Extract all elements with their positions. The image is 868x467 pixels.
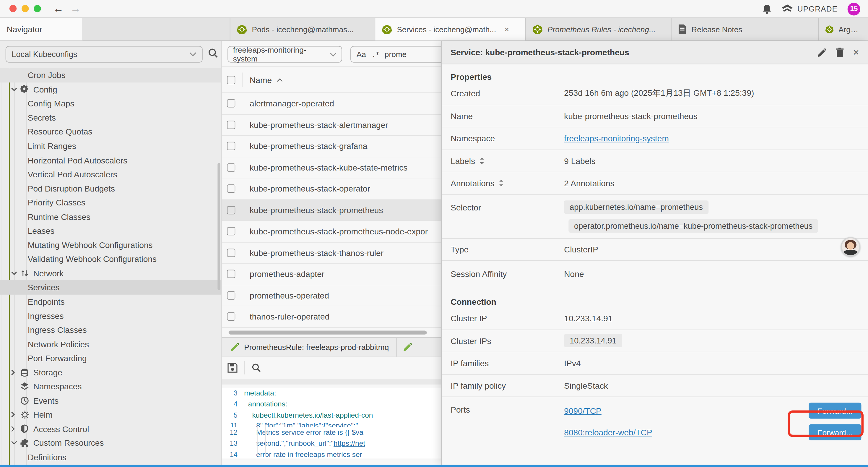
row-checkbox[interactable] (227, 163, 235, 171)
sidebar-item-config[interactable]: Config (0, 82, 222, 96)
match-case-icon[interactable]: Aa (356, 50, 366, 59)
navigator-panel-tab[interactable]: Navigator (0, 18, 83, 40)
row-checkbox[interactable] (227, 206, 235, 214)
row-checkbox[interactable] (227, 291, 235, 299)
sidebar-item-storage[interactable]: Storage (0, 365, 222, 380)
sidebar-item-vertical-pod-autoscalers[interactable]: Vertical Pod Autoscalers (0, 167, 222, 181)
tab-release-notes[interactable]: Release Notes (672, 18, 819, 40)
row-checkbox[interactable] (227, 99, 235, 108)
sort-toggle-icon[interactable] (499, 180, 504, 187)
sidebar-item-endpoints[interactable]: Endpoints (0, 294, 222, 309)
close-tab-icon[interactable]: × (504, 24, 509, 34)
table-row[interactable]: kube-prometheus-stack-operator (222, 178, 441, 200)
table-row[interactable]: kube-prometheus-stack-kube-state-metrics (222, 157, 441, 178)
sidebar-item-namespaces[interactable]: Namespaces (0, 380, 222, 394)
notification-count-badge[interactable]: 15 (848, 2, 860, 15)
sidebar-item-mutating-webhook-configurations[interactable]: Mutating Webhook Configurations (0, 238, 222, 252)
row-checkbox[interactable] (227, 270, 235, 278)
row-checkbox[interactable] (227, 142, 235, 150)
table-row[interactable]: thanos-ruler-operated (222, 306, 441, 327)
sidebar-item-leases[interactable]: Leases (0, 224, 222, 238)
kubeconfig-select[interactable]: Local Kubeconfigs (6, 46, 203, 63)
table-row[interactable]: alertmanager-operated (222, 93, 441, 114)
runbook-url-link[interactable]: https://net (334, 439, 365, 447)
sidebar-item-network[interactable]: Network (0, 266, 222, 281)
table-row[interactable]: kube-prometheus-stack-grafana (222, 136, 441, 157)
tab-argo[interactable]: Argo Se (819, 18, 868, 40)
chevron-right-icon[interactable] (11, 426, 20, 432)
tab-prometheus-rules[interactable]: Prometheus Rules - icecheng... (526, 18, 672, 40)
table-row[interactable]: kube-prometheus-stack-alertmanager (222, 114, 441, 136)
sidebar-item-ingress-classes[interactable]: Ingress Classes (0, 323, 222, 337)
sidebar-item-helm[interactable]: Helm (0, 408, 222, 422)
table-row[interactable]: kube-prometheus-stack-thanos-ruler (222, 242, 441, 264)
row-checkbox[interactable] (227, 313, 235, 321)
minimize-window-button[interactable] (22, 5, 29, 12)
row-checkbox[interactable] (227, 227, 235, 236)
dock-tab-partial[interactable] (397, 338, 441, 356)
edit-pencil-icon[interactable] (817, 48, 826, 57)
regex-icon[interactable]: .* (372, 50, 379, 59)
shield-icon (20, 425, 33, 433)
search-icon[interactable] (208, 48, 219, 59)
back-arrow-icon[interactable]: ← (53, 3, 64, 14)
name-column-header[interactable]: Name (250, 75, 272, 85)
table-row[interactable]: kube-prometheus-stack-prometheus-node-ex… (222, 221, 441, 242)
chevron-right-icon[interactable] (11, 369, 20, 375)
sidebar-item-pod-disruption-budgets[interactable]: Pod Disruption Budgets (0, 181, 222, 195)
table-row[interactable]: prometheus-adapter (222, 264, 441, 285)
upgrade-button[interactable]: UPGRADE (782, 4, 838, 13)
sort-toggle-icon[interactable] (479, 157, 485, 164)
sidebar-item-events[interactable]: Events (0, 393, 222, 408)
table-row-selected[interactable]: kube-prometheus-stack-prometheus (222, 200, 441, 221)
port-link-8080[interactable]: 8080:reloader-web/TCP (564, 428, 652, 437)
table-row[interactable]: prometheus-operated (222, 285, 441, 306)
sidebar-item-limit-ranges[interactable]: Limit Ranges (0, 139, 222, 153)
chevron-down-icon[interactable] (11, 87, 20, 91)
row-checkbox[interactable] (227, 184, 235, 193)
sidebar-item-network-policies[interactable]: Network Policies (0, 337, 222, 351)
sidebar-item-config-maps[interactable]: Config Maps (0, 96, 222, 111)
chevron-right-icon[interactable] (11, 412, 20, 418)
sidebar-item-priority-classes[interactable]: Priority Classes (0, 195, 222, 209)
tab-services[interactable]: Services - icecheng@math... × (375, 18, 526, 40)
port-link-9090[interactable]: 9090/TCP (564, 406, 601, 415)
sidebar-item-horizontal-pod-autoscalers[interactable]: Horizontal Pod Autoscalers (0, 153, 222, 167)
sidebar-item-access-control[interactable]: Access Control (0, 422, 222, 436)
yaml-editor[interactable]: 3metadata: 4 annotations: 5 kubectl.kube… (222, 387, 441, 459)
dock-tab-prometheusrule[interactable]: PrometheusRule: freeleaps-prod-rabbitmq (222, 338, 397, 356)
tab-pods[interactable]: Pods - icecheng@mathmas... (230, 18, 375, 40)
sidebar-item-port-forwarding[interactable]: Port Forwarding (0, 351, 222, 365)
sidebar-item-custom-resources[interactable]: Custom Resources (0, 436, 222, 450)
forward-arrow-icon[interactable]: → (70, 3, 81, 14)
forward-button[interactable]: Forward... (809, 424, 862, 440)
chevron-down-icon[interactable] (11, 271, 20, 275)
sidebar-item-secrets[interactable]: Secrets (0, 111, 222, 125)
trash-icon[interactable] (836, 48, 843, 57)
sidebar-item-services[interactable]: Services (0, 280, 222, 294)
namespace-link[interactable]: freeleaps-monitoring-system (564, 134, 669, 143)
namespace-select[interactable]: freeleaps-monitoring-system (227, 46, 342, 63)
close-window-button[interactable] (9, 5, 17, 12)
row-checkbox[interactable] (227, 249, 235, 257)
table-search-input[interactable]: Aa .* prome (350, 46, 441, 63)
zoom-window-button[interactable] (34, 5, 41, 12)
sidebar-item-ingresses[interactable]: Ingresses (0, 309, 222, 323)
sidebar-item-definitions[interactable]: Definitions (0, 450, 222, 464)
sidebar-item-cron-jobs[interactable]: Cron Jobs (0, 68, 222, 82)
sidebar-item-runtime-classes[interactable]: Runtime Classes (0, 209, 222, 224)
forward-button[interactable]: Forward... (809, 403, 862, 418)
row-checkbox[interactable] (227, 121, 235, 129)
avatar[interactable] (841, 237, 860, 257)
horizontal-scrollbar[interactable] (229, 330, 427, 334)
chevron-down-icon[interactable] (11, 441, 20, 445)
select-all-checkbox[interactable] (227, 76, 235, 84)
save-icon[interactable] (227, 363, 238, 373)
notifications-bell-icon[interactable] (763, 4, 772, 14)
editor-search-icon[interactable] (251, 363, 261, 373)
close-drawer-icon[interactable]: × (853, 47, 859, 58)
sort-ascending-icon[interactable] (277, 78, 283, 82)
sidebar-item-resource-quotas[interactable]: Resource Quotas (0, 125, 222, 139)
sidebar-item-validating-webhook-configurations[interactable]: Validating Webhook Configurations (0, 252, 222, 266)
sidebar-scrollbar[interactable] (217, 163, 220, 290)
